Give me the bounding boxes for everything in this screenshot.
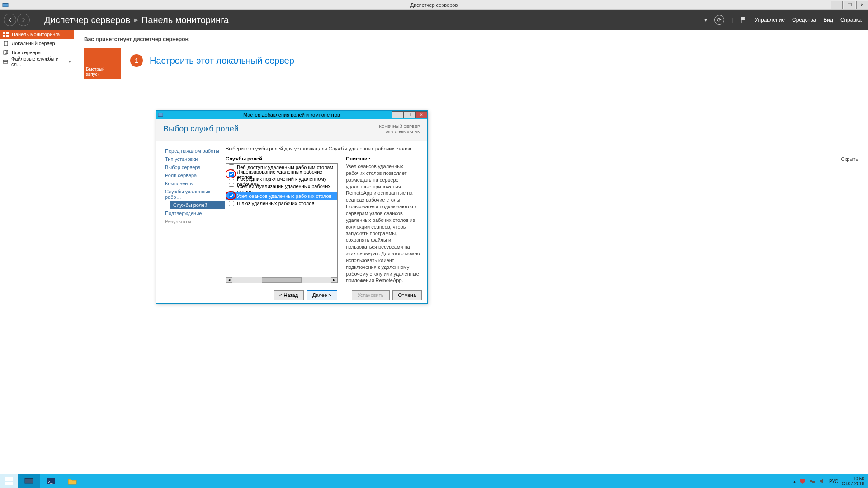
svg-rect-4 bbox=[3, 35, 5, 37]
role-item-4[interactable]: Узел сеансов удаленных рабочих столов bbox=[226, 192, 337, 200]
svg-rect-18 bbox=[812, 481, 815, 483]
wizard-nav-step-0[interactable]: Перед началом работы bbox=[162, 147, 224, 155]
breadcrumb-app: Диспетчер серверов bbox=[44, 15, 130, 25]
menu-manage[interactable]: Управление bbox=[755, 17, 785, 23]
svg-rect-10 bbox=[3, 60, 8, 61]
app-header: Диспетчер серверов ▶ Панель мониторинга … bbox=[0, 10, 868, 30]
svg-rect-3 bbox=[6, 32, 9, 34]
tray-security-icon[interactable] bbox=[799, 478, 806, 484]
role-checkbox-5[interactable] bbox=[229, 201, 234, 206]
horizontal-scrollbar[interactable]: ◄ ► bbox=[226, 277, 337, 283]
taskbar-server-manager[interactable] bbox=[18, 474, 40, 488]
scroll-right-button[interactable]: ► bbox=[331, 277, 337, 283]
wizard-nav-step-2[interactable]: Выбор сервера bbox=[162, 163, 224, 171]
windows-logo-icon bbox=[5, 477, 13, 485]
hide-link[interactable]: Скрыть bbox=[841, 156, 858, 162]
tray-volume-icon[interactable] bbox=[819, 478, 826, 484]
left-nav: Панель мониторингаЛокальный серверВсе се… bbox=[0, 30, 74, 474]
svg-rect-11 bbox=[3, 62, 8, 63]
nav-back-button[interactable] bbox=[4, 14, 16, 26]
step-1-link[interactable]: Настроить этот локальный сервер bbox=[150, 56, 294, 66]
nav-item-0[interactable]: Панель мониторинга bbox=[0, 30, 74, 39]
role-checkbox-2[interactable] bbox=[229, 179, 234, 184]
wizard-footer: < Назад Далее > Установить Отмена bbox=[156, 286, 427, 303]
wizard-titlebar: Мастер добавления ролей и компонентов — … bbox=[156, 111, 427, 119]
servers-icon bbox=[3, 50, 9, 55]
tray-clock[interactable]: 10:50 03.07.2018 bbox=[842, 476, 864, 486]
svg-rect-17 bbox=[810, 480, 812, 482]
wizard-nav-step-1[interactable]: Тип установки bbox=[162, 155, 224, 163]
svg-rect-14 bbox=[25, 478, 33, 479]
server-icon bbox=[3, 41, 9, 46]
roles-header: Службы ролей bbox=[226, 156, 338, 161]
dashboard-icon bbox=[3, 32, 9, 37]
quick-start-tile[interactable]: Быстрый запуск bbox=[84, 48, 121, 79]
svg-text:>_: >_ bbox=[48, 479, 53, 484]
role-label: Шлюз удаленных рабочих столов bbox=[237, 201, 314, 206]
role-label: Узел сеансов удаленных рабочих столов bbox=[237, 193, 331, 199]
svg-rect-1 bbox=[3, 3, 8, 4]
wizard-nav-step-8: Результаты bbox=[162, 217, 224, 225]
wizard-nav-step-7[interactable]: Подтверждение bbox=[162, 209, 224, 217]
taskbar-explorer[interactable] bbox=[61, 474, 83, 488]
minimize-button[interactable]: — bbox=[831, 1, 843, 9]
install-button: Установить bbox=[352, 290, 390, 300]
description-text: Узел сеансов удаленных рабочих столов по… bbox=[346, 163, 421, 284]
maximize-button[interactable]: ❐ bbox=[844, 1, 855, 9]
wizard-nav-step-5[interactable]: Службы удаленных рабо… bbox=[162, 188, 224, 201]
tray-network-icon[interactable] bbox=[809, 478, 816, 484]
nav-item-3[interactable]: Файловые службы и сл…▸ bbox=[0, 57, 74, 66]
nav-item-2[interactable]: Все серверы bbox=[0, 48, 74, 57]
svg-rect-6 bbox=[4, 41, 8, 46]
menu-view[interactable]: Вид bbox=[823, 17, 833, 23]
flag-icon[interactable] bbox=[740, 16, 747, 23]
content-area: Вас приветствует диспетчер серверов Быст… bbox=[74, 30, 868, 474]
cancel-button[interactable]: Отмена bbox=[392, 290, 422, 300]
chevron-down-icon[interactable]: ▾ bbox=[704, 17, 707, 23]
wizard-heading: Выбор служб ролей bbox=[163, 124, 239, 134]
svg-rect-12 bbox=[158, 113, 163, 117]
scroll-thumb[interactable] bbox=[262, 277, 301, 283]
nav-forward-button[interactable] bbox=[17, 14, 30, 26]
files-icon bbox=[3, 59, 9, 64]
role-item-3[interactable]: Узел виртуализации удаленных рабочих сто… bbox=[226, 185, 337, 192]
wizard-minimize-button[interactable]: — bbox=[392, 111, 404, 118]
wizard-nav-step-3[interactable]: Роли сервера bbox=[162, 171, 224, 179]
wizard-close-button[interactable]: ✕ bbox=[415, 111, 427, 118]
role-checkbox-0[interactable] bbox=[229, 164, 234, 170]
window-title: Диспетчер серверов bbox=[410, 2, 458, 8]
wizard-nav-step-4[interactable]: Компоненты bbox=[162, 179, 224, 188]
wizard-nav: Перед началом работыТип установкиВыбор с… bbox=[156, 141, 224, 286]
wizard-target-server: КОНЕЧНЫЙ СЕРВЕР WIN-C99I5IVSLNK bbox=[379, 124, 420, 135]
svg-rect-7 bbox=[5, 42, 7, 42]
chevron-right-icon: ▸ bbox=[69, 59, 71, 64]
role-checkbox-3[interactable] bbox=[229, 186, 234, 192]
scroll-left-button[interactable]: ◄ bbox=[226, 277, 232, 283]
wizard-prompt: Выберите службы ролей для установки для … bbox=[226, 146, 421, 151]
start-button[interactable] bbox=[0, 474, 18, 488]
app-icon bbox=[2, 1, 9, 9]
svg-rect-5 bbox=[6, 35, 9, 37]
tray-chevron-icon[interactable]: ▴ bbox=[793, 479, 796, 484]
wizard-nav-step-6[interactable]: Службы ролей bbox=[170, 201, 225, 209]
taskbar-powershell[interactable]: >_ bbox=[40, 474, 61, 488]
role-item-5[interactable]: Шлюз удаленных рабочих столов bbox=[226, 200, 337, 207]
back-button[interactable]: < Назад bbox=[274, 290, 304, 300]
wizard-icon bbox=[158, 112, 163, 117]
svg-rect-2 bbox=[3, 32, 5, 34]
role-checkbox-1[interactable] bbox=[229, 172, 234, 177]
next-button[interactable]: Далее > bbox=[307, 290, 337, 300]
breadcrumb-page: Панель мониторинга bbox=[142, 15, 229, 25]
description-header: Описание bbox=[346, 156, 421, 161]
breadcrumb: Диспетчер серверов ▶ Панель мониторинга bbox=[44, 15, 229, 25]
close-button[interactable]: ✕ bbox=[856, 1, 868, 9]
divider: | bbox=[731, 17, 733, 23]
refresh-button[interactable]: ⟳ bbox=[714, 15, 724, 25]
menu-help[interactable]: Справка bbox=[840, 17, 862, 23]
role-checkbox-4[interactable] bbox=[229, 193, 234, 199]
menu-tools[interactable]: Средства bbox=[792, 17, 816, 23]
wizard-title: Мастер добавления ролей и компонентов bbox=[243, 112, 340, 117]
wizard-maximize-button[interactable]: ❐ bbox=[404, 111, 415, 118]
tray-language[interactable]: РУС bbox=[829, 479, 838, 484]
nav-item-1[interactable]: Локальный сервер bbox=[0, 39, 74, 48]
